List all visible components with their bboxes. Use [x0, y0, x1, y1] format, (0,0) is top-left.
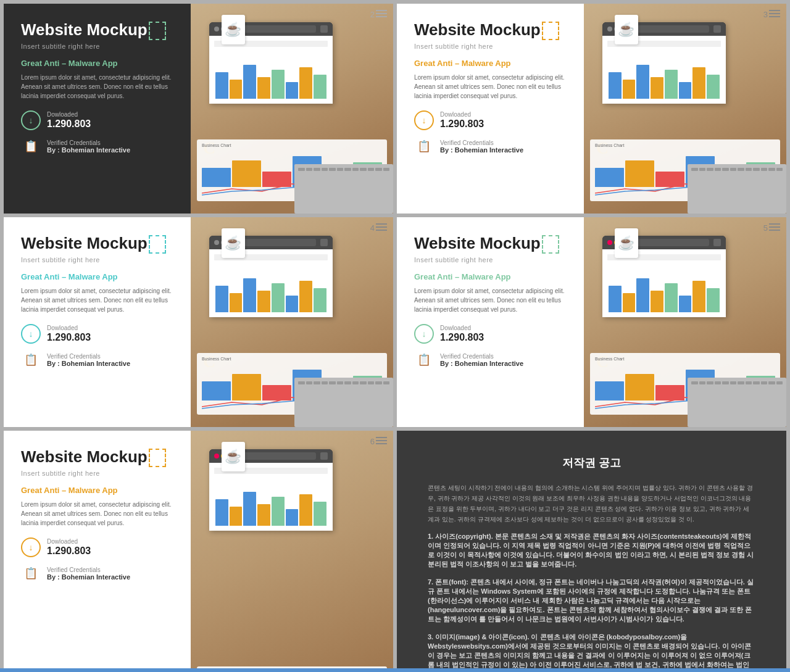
credential-label: Verified Credentials — [47, 566, 130, 573]
slide-3: 3 Website Mockup⠀ Insert subtitle right … — [397, 4, 786, 214]
download-icon: ↓ — [414, 324, 434, 344]
slide-3-desc: Lorem ipsum dolor sit amet, consectetur … — [414, 73, 570, 101]
download-icon: ↓ — [21, 537, 41, 557]
slide-2-image: ☕ C Business Chart — [191, 4, 393, 214]
hamburger-menu-icon[interactable] — [376, 223, 387, 231]
slide-6-subtitle: Insert subtitle right here — [21, 470, 177, 477]
slide-3-download-stat: ↓ Dowloaded 1.290.803 — [414, 110, 570, 130]
slide-5-title: Website Mockup⠀ — [414, 234, 570, 254]
download-value: 1.290.803 — [440, 332, 484, 343]
credential-value: By : Bohemian Interactive — [440, 146, 523, 154]
credential-value: By : Bohemian Interactive — [47, 146, 130, 154]
copyright-title: 저작권 공고 — [428, 455, 755, 470]
download-label: Dowloaded — [47, 111, 91, 118]
slide-2-content: Website Mockup⠀ Insert subtitle right he… — [4, 4, 191, 214]
coffee-cup: ☕ — [222, 442, 245, 471]
slide-2-desc: Lorem ipsum dolor sit amet, consectetur … — [21, 73, 177, 101]
slide-2-app-title: Great Anti – Malware App — [21, 59, 177, 68]
hamburger-menu-icon[interactable] — [769, 10, 780, 17]
slide-6-content: Website Mockup⠀ Insert subtitle right he… — [4, 431, 191, 672]
slide-2: 2 Website Mockup⠀ Insert subtitle right … — [4, 4, 393, 214]
slide-6-download-stat: ↓ Dowloaded 1.290.803 — [21, 537, 177, 557]
credential-icon: 📋 — [21, 350, 41, 370]
copyright-section2: 7. 폰트(font): 콘텐츠 내에서 사이에, 정규 폰트는 네이버나 나눔… — [428, 578, 755, 624]
download-label: Dowloaded — [440, 325, 484, 331]
slide-5-content: Website Mockup⠀ Insert subtitle right he… — [397, 217, 584, 427]
slide-5-credential: 📋 Verified Credentials By : Bohemian Int… — [414, 350, 570, 370]
coffee-cup: ☕ — [615, 228, 638, 258]
slide-4-download-stat: ↓ Dowloaded 1.290.803 — [21, 324, 177, 344]
copyright-section1: 1. 사이즈(copyright). 본문 콘텐츠의 소재 및 저작권은 콘텐츠… — [428, 532, 755, 569]
download-label: Dowloaded — [440, 111, 484, 118]
slide-6-credential: 📋 Verified Credentials By : Bohemian Int… — [21, 563, 177, 583]
coffee-cup: ☕ — [222, 15, 245, 44]
keyboard-area — [688, 378, 786, 427]
copyright-panel: 저작권 공고 콘텐츠 세팅이 시작하기 전에이 내용의 협의에 소개하는 시스템… — [397, 431, 786, 672]
download-icon: ↓ — [21, 110, 41, 130]
download-icon: ↓ — [21, 324, 41, 344]
slide-2-download-stat: ↓ Dowloaded 1.290.803 — [21, 110, 177, 130]
hamburger-menu-icon[interactable] — [376, 437, 387, 444]
credential-label: Verified Credentials — [440, 139, 523, 146]
slide-5-app-title: Great Anti – Malware App — [414, 272, 570, 281]
slide-3-title: Website Mockup⠀ — [414, 21, 570, 40]
credential-value: By : Bohemian Interactive — [440, 360, 523, 367]
download-value: 1.290.803 — [440, 118, 484, 130]
slide-5-image: ☕ C Business Chart — [584, 217, 786, 427]
slide-6-number: 6 — [370, 437, 375, 446]
slide-5-subtitle: Insert subtitle right here — [414, 256, 570, 263]
credential-icon: 📋 — [21, 563, 41, 583]
download-label: Dowloaded — [47, 538, 91, 545]
slide-6-title: Website Mockup⠀ — [21, 448, 177, 467]
download-value: 1.290.803 — [47, 545, 91, 557]
slide-3-subtitle: Insert subtitle right here — [414, 43, 570, 50]
slide-3-credential: 📋 Verified Credentials By : Bohemian Int… — [414, 136, 570, 156]
slide-4-desc: Lorem ipsum dolor sit amet, consectetur … — [21, 286, 177, 314]
credential-label: Verified Credentials — [47, 353, 130, 360]
slide-3-image: ☕ C Business Chart — [584, 4, 786, 214]
slide-6-image: ☕ C Business Chart — [191, 431, 393, 672]
slide-3-content: Website Mockup⠀ Insert subtitle right he… — [397, 4, 584, 214]
slide-2-title: Website Mockup⠀ — [21, 21, 177, 40]
slide-4-app-title: Great Anti – Malware App — [21, 272, 177, 281]
credential-label: Verified Credentials — [47, 139, 130, 146]
slide-2-subtitle: Insert subtitle right here — [21, 43, 177, 50]
download-icon: ↓ — [414, 110, 434, 130]
accent-bar — [0, 668, 790, 672]
slide-4-title: Website Mockup⠀ — [21, 234, 177, 254]
credential-value: By : Bohemian Interactive — [47, 573, 130, 581]
download-value: 1.290.803 — [47, 118, 91, 130]
slide-3-number: 3 — [763, 10, 768, 19]
coffee-cup: ☕ — [615, 15, 638, 44]
slide-5: 5 Website Mockup⠀ Insert subtitle right … — [397, 217, 786, 427]
slide-3-app-title: Great Anti – Malware App — [414, 59, 570, 68]
hamburger-menu-icon[interactable] — [769, 223, 780, 231]
slide-5-download-stat: ↓ Dowloaded 1.290.803 — [414, 324, 570, 344]
copyright-body: 콘텐츠 세팅이 시작하기 전에이 내용의 협의에 소개하는 시스템 위에 주어지… — [428, 483, 755, 525]
slide-4-number: 4 — [370, 223, 375, 233]
slide-6-app-title: Great Anti – Malware App — [21, 486, 177, 495]
credential-label: Verified Credentials — [440, 353, 523, 360]
slide-4: 4 Website Mockup⠀ Insert subtitle right … — [4, 217, 393, 427]
slide-4-image: ☕ C Business Chart — [191, 217, 393, 427]
credential-icon: 📋 — [21, 136, 41, 156]
credential-icon: 📋 — [414, 350, 434, 370]
slide-2-credential: 📋 Verified Credentials By : Bohemian Int… — [21, 136, 177, 156]
hamburger-menu-icon[interactable] — [376, 10, 387, 17]
slide-4-content: Website Mockup⠀ Insert subtitle right he… — [4, 217, 191, 427]
keyboard-area — [688, 164, 786, 214]
credential-icon: 📋 — [414, 136, 434, 156]
coffee-cup: ☕ — [222, 228, 245, 258]
keyboard-area — [294, 378, 393, 427]
slide-5-number: 5 — [763, 223, 768, 233]
slide-4-subtitle: Insert subtitle right here — [21, 256, 177, 263]
slide-number: 2 — [370, 10, 375, 19]
slide-6: 6 Website Mockup⠀ Insert subtitle right … — [4, 431, 393, 672]
slide-4-credential: 📋 Verified Credentials By : Bohemian Int… — [21, 350, 177, 370]
copyright-section3: 3. 이미지(image) & 아이콘(icon). 이 콘텐츠 내에 아이콘은… — [428, 633, 755, 672]
download-label: Dowloaded — [47, 325, 91, 331]
download-value: 1.290.803 — [47, 332, 91, 343]
slide-5-desc: Lorem ipsum dolor sit amet, consectetur … — [414, 286, 570, 314]
slide-6-desc: Lorem ipsum dolor sit amet, consectetur … — [21, 500, 177, 528]
keyboard-area — [294, 164, 393, 214]
